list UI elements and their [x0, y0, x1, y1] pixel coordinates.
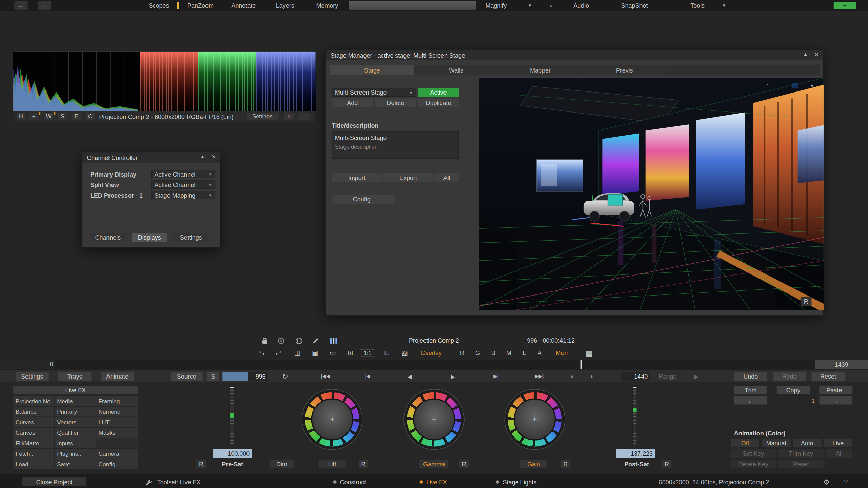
gamma-label[interactable]: Gamma — [420, 460, 449, 468]
gain-wheel[interactable]: + — [504, 389, 565, 450]
trays-button[interactable]: Trays — [58, 372, 91, 381]
gamma-reset-button[interactable]: R — [459, 460, 469, 468]
scope-close-button[interactable]: × — [284, 113, 294, 120]
session-status-button[interactable]: − — [834, 2, 856, 9]
copy-button[interactable]: Copy — [777, 386, 810, 394]
tab-displays[interactable]: Displays — [132, 233, 167, 242]
close-icon[interactable]: × — [210, 154, 218, 159]
channel-l-button[interactable]: L — [519, 349, 529, 358]
channel-m-button[interactable]: M — [504, 349, 514, 358]
menu-projection-no[interactable]: Projection No. — [13, 396, 54, 406]
mode-livefx[interactable]: Live FX — [426, 477, 447, 486]
set-key-button[interactable]: Set Key — [731, 449, 776, 458]
menu-masks[interactable]: Masks — [96, 428, 138, 438]
post-sat-reset-button[interactable]: R — [662, 460, 672, 468]
channel-r-button[interactable]: R — [457, 349, 467, 358]
menu-config[interactable]: Config — [96, 459, 138, 469]
viewport-grid-button[interactable]: ▦ — [790, 80, 800, 89]
s-button[interactable]: S — [207, 372, 219, 381]
redo-button[interactable]: Redo — [773, 372, 806, 381]
menu-numeric[interactable]: Numeric — [96, 407, 138, 416]
forward-button[interactable]: → — [38, 1, 51, 10]
stage-3d-viewport[interactable]: ▦ ▼ R — [479, 78, 824, 310]
range-play-button[interactable]: ▶ — [690, 372, 703, 381]
viewport-reset-button[interactable]: R — [801, 297, 812, 306]
annotate-pen-icon[interactable] — [310, 337, 321, 345]
menu-fetch[interactable]: Fetch.. — [13, 449, 54, 459]
channel-g-button[interactable]: G — [473, 349, 482, 358]
mon-button[interactable]: Mon — [556, 349, 568, 358]
pre-sat-value[interactable]: 100.000 — [213, 449, 252, 458]
timeline-track[interactable] — [55, 360, 815, 369]
menu-annotate[interactable]: Annotate — [225, 0, 262, 11]
lift-label[interactable]: Lift — [319, 460, 345, 468]
channel-b-button[interactable]: B — [488, 349, 498, 358]
viewport-dropdown-button[interactable]: ▼ — [808, 81, 816, 90]
overlay-button[interactable]: Overlay — [421, 349, 442, 358]
help-icon[interactable]: ? — [842, 477, 850, 486]
fit-screen-icon[interactable]: ⊡ — [381, 349, 393, 358]
scope-plus-button[interactable]: + — [29, 113, 38, 120]
magnify-up-button[interactable]: ▴ — [542, 0, 559, 11]
play-backward-button[interactable]: ◀ — [400, 372, 420, 381]
source-button[interactable]: Source — [171, 372, 203, 381]
menu-fill-matte[interactable]: Fill/Matte — [13, 438, 54, 448]
tab-mapper[interactable]: Mapper — [498, 65, 582, 75]
menu-framing[interactable]: Framing — [96, 396, 138, 406]
stage-delete-button[interactable]: Delete — [375, 99, 416, 107]
pre-sat-slider[interactable] — [229, 386, 234, 447]
menu-lut[interactable]: LUT — [96, 417, 138, 427]
channel-controller-titlebar[interactable]: Channel Controller — ▲ × — [82, 153, 220, 163]
channel-stripes-icon[interactable] — [328, 337, 340, 345]
zoom-out-icon[interactable]: ▭ — [327, 349, 339, 358]
swap-icon[interactable]: ⇆ — [256, 349, 268, 358]
close-icon[interactable]: × — [813, 52, 821, 57]
settings-button[interactable]: Settings — [16, 372, 49, 381]
wrench-icon[interactable] — [144, 478, 153, 487]
prev-frame-button[interactable]: |◀ — [356, 372, 378, 381]
image-panel-icon[interactable]: ▣ — [309, 349, 321, 358]
stage-import-button[interactable]: Import — [332, 173, 382, 182]
menu-layers[interactable]: Layers — [269, 0, 301, 11]
gain-label[interactable]: Gain — [520, 460, 547, 468]
tools-chevron-button[interactable]: ▾ — [717, 0, 731, 11]
record-icon[interactable] — [276, 337, 287, 345]
compare-icon[interactable]: ⇄ — [272, 349, 284, 358]
tab-previs[interactable]: Previs — [583, 65, 667, 75]
stage-duplicate-button[interactable]: Duplicate — [418, 99, 459, 107]
menu-primary[interactable]: Primary — [55, 407, 96, 416]
menu-camera[interactable]: Camera — [96, 449, 138, 459]
anim-off-button[interactable]: Off — [731, 439, 760, 447]
stage-selector[interactable]: Multi-Screen Stage ▼ — [332, 88, 416, 97]
step-left-button[interactable]: ← — [734, 396, 767, 404]
scope-minimize-button[interactable]: — — [299, 113, 309, 120]
globe-icon[interactable] — [293, 337, 304, 345]
post-sat-slider[interactable] — [632, 386, 637, 447]
animate-button[interactable]: Animate — [101, 372, 134, 381]
end-frame-field[interactable]: 1440 — [621, 372, 650, 381]
reset-button[interactable]: Reset — [811, 372, 845, 381]
menu-inputs[interactable]: Inputs — [55, 438, 96, 448]
post-sat-value[interactable]: 137.223 — [616, 449, 655, 458]
menu-memory[interactable]: Memory — [310, 0, 344, 11]
menu-tools[interactable]: Tools — [683, 0, 712, 11]
mask-overlay-icon[interactable]: ▨ — [399, 349, 411, 358]
primary-display-select[interactable]: Active Channel ▼ — [151, 170, 215, 178]
scope-settings-button[interactable]: Settings — [247, 113, 278, 120]
menu-canvas[interactable]: Canvas — [13, 428, 54, 438]
split-panel-icon[interactable]: ◫ — [291, 349, 303, 358]
paste-button[interactable]: Paste.. — [819, 386, 852, 394]
maximize-icon[interactable]: ▲ — [199, 154, 206, 159]
minimize-icon[interactable]: — — [790, 52, 798, 57]
close-project-button[interactable]: Close Project — [22, 477, 86, 486]
menu-load[interactable]: Load.. — [13, 459, 54, 469]
lift-wheel[interactable]: + — [302, 389, 363, 450]
gain-reset-button[interactable]: R — [561, 460, 570, 468]
scope-e-button[interactable]: E — [72, 113, 81, 120]
undo-button[interactable]: Undo — [734, 372, 767, 381]
one-to-one-icon[interactable]: 1:1 — [360, 349, 375, 357]
menu-balance[interactable]: Balance — [13, 407, 54, 416]
stage-active-button[interactable]: Active — [418, 88, 459, 97]
playhead[interactable] — [581, 360, 582, 370]
trim-key-button[interactable]: Trim Key — [778, 449, 824, 458]
